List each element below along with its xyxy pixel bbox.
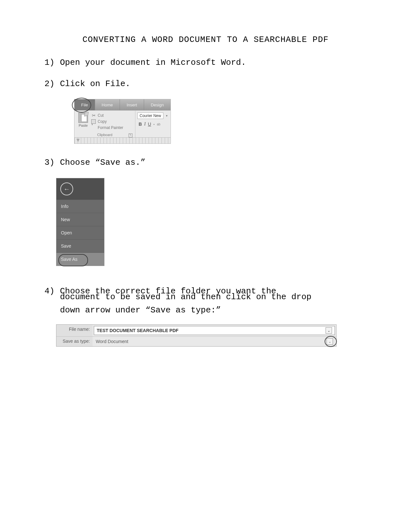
save-type-label: Save as type: — [56, 337, 93, 346]
step-2: 2)Click on File. — [44, 78, 367, 90]
menu-open[interactable]: Open — [56, 226, 104, 239]
document-page: CONVERTING A WORD DOCUMENT TO A SEARCHAB… — [0, 0, 411, 532]
step-1: 1)Open your document in Microsoft Word. — [44, 57, 367, 69]
format-painter-button[interactable]: Format Painter — [92, 125, 133, 131]
copy-button[interactable]: Copy — [92, 119, 133, 125]
copy-label: Copy — [98, 119, 107, 125]
chevron-down-icon[interactable]: ▾ — [165, 114, 169, 118]
step-number: 2) — [44, 78, 60, 90]
font-selector-row: Courier New ▾ — [137, 113, 169, 119]
step-text: Choose “Save as.” — [60, 158, 145, 167]
chevron-down-icon[interactable]: ⌄ — [327, 338, 333, 345]
paste-icon — [78, 113, 88, 123]
file-name-value: TEST DOCUMENT SEARCHABLE PDF — [97, 328, 179, 333]
menu-save[interactable]: Save — [56, 239, 104, 252]
font-name-select[interactable]: Courier New — [137, 113, 163, 119]
ribbon-tab-row: File Home Insert Design — [74, 99, 171, 111]
scissors-icon: ✂ — [92, 113, 96, 118]
more-font-label[interactable]: ab — [157, 123, 160, 126]
separator-dot: ▪ — [153, 123, 155, 126]
step-number: 4) — [44, 285, 60, 298]
save-type-row: Save as type: Word Document ⌄ — [56, 337, 336, 346]
tab-label: Insert — [127, 103, 137, 107]
ruler — [74, 138, 171, 144]
menu-label: Info — [61, 204, 68, 209]
menu-label: New — [61, 217, 70, 222]
tab-insert[interactable]: Insert — [120, 99, 144, 110]
save-type-value: Word Document — [96, 339, 128, 344]
tab-home[interactable]: Home — [95, 99, 120, 110]
step-3: 3)Choose “Save as.” — [44, 157, 367, 169]
step-number: 1) — [44, 57, 60, 69]
step-4-cont: document to be saved in and then click o… — [60, 291, 367, 303]
page-title: CONVERTING A WORD DOCUMENT TO A SEARCHAB… — [44, 35, 367, 44]
step-text: Click on File. — [60, 79, 130, 89]
file-name-field-wrap: TEST DOCUMENT SEARCHABLE PDF ⌄ — [93, 325, 336, 336]
tab-design[interactable]: Design — [144, 99, 171, 110]
dialog-launcher-icon[interactable] — [129, 133, 132, 137]
file-name-row: File name: TEST DOCUMENT SEARCHABLE PDF … — [56, 325, 336, 337]
italic-button[interactable]: I — [144, 122, 146, 127]
clipboard-group: Paste ✂ Cut Copy Format Pai — [74, 111, 135, 137]
screenshot-save-dialog: File name: TEST DOCUMENT SEARCHABLE PDF … — [56, 324, 337, 347]
back-button[interactable]: ← — [60, 182, 73, 195]
step-text: Open your document in Microsoft Word. — [60, 58, 246, 67]
cut-label: Cut — [98, 113, 104, 119]
menu-label: Open — [61, 230, 72, 235]
save-type-select[interactable]: Word Document ⌄ — [93, 337, 336, 346]
paste-label: Paste — [76, 123, 90, 127]
chevron-down-icon[interactable]: ⌄ — [326, 327, 332, 334]
tab-label: File — [81, 103, 88, 107]
screenshot-backstage: ← Info New Open Save Save As — [56, 178, 104, 266]
arrow-left-icon: ← — [64, 185, 70, 193]
bold-button[interactable]: B — [139, 122, 142, 127]
ribbon-body: Paste ✂ Cut Copy Format Pai — [74, 111, 171, 138]
format-painter-label: Format Painter — [98, 125, 123, 131]
menu-label: Save As — [61, 257, 77, 262]
clipboard-top: Paste ✂ Cut Copy Format Pai — [76, 113, 133, 131]
file-name-label: File name: — [56, 325, 93, 336]
menu-save-as[interactable]: Save As — [56, 252, 104, 266]
tab-label: Design — [151, 103, 164, 107]
cut-button[interactable]: ✂ Cut — [92, 113, 133, 119]
font-name-value: Courier New — [140, 113, 161, 118]
tab-file[interactable]: File — [74, 99, 95, 110]
clipboard-list: ✂ Cut Copy Format Painter — [92, 113, 133, 131]
file-name-input[interactable]: TEST DOCUMENT SEARCHABLE PDF ⌄ — [94, 326, 335, 335]
copy-icon — [92, 120, 93, 125]
clipboard-caption: Clipboard — [97, 133, 112, 137]
tab-label: Home — [102, 103, 113, 107]
step-4-cont2: down arrow under “Save as type:” — [60, 304, 367, 317]
paste-button[interactable]: Paste — [76, 113, 90, 131]
screenshot-ribbon: File Home Insert Design Paste — [74, 99, 171, 144]
step-number: 3) — [44, 157, 60, 169]
group-label-clipboard: Clipboard — [76, 133, 133, 137]
save-type-field-wrap: Word Document ⌄ — [93, 337, 336, 346]
backstage-header: ← — [56, 178, 104, 200]
font-group: Courier New ▾ B I U ▪ ab — [135, 111, 171, 137]
font-style-buttons: B I U ▪ ab — [137, 122, 169, 127]
menu-label: Save — [61, 243, 71, 249]
menu-info[interactable]: Info — [56, 200, 104, 213]
underline-button[interactable]: U — [148, 122, 151, 127]
menu-new[interactable]: New — [56, 213, 104, 226]
